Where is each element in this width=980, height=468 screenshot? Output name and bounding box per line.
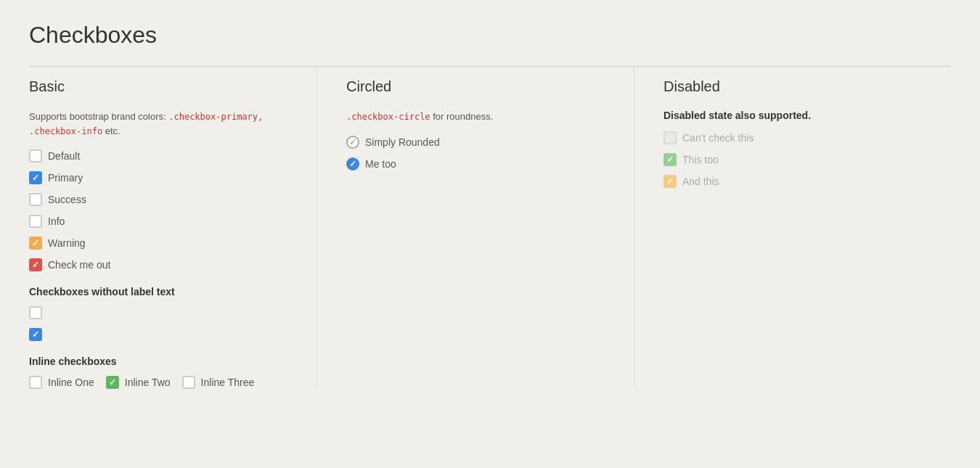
cb-default-box[interactable] bbox=[29, 149, 42, 163]
cb-inline3[interactable]: Inline Three bbox=[182, 376, 255, 389]
checkbox-primary[interactable]: ✓ Primary bbox=[29, 171, 287, 184]
cb-disabled3: ✓ And this bbox=[663, 175, 922, 188]
cb-primary-check: ✓ bbox=[32, 173, 39, 182]
checkbox-success[interactable]: Success bbox=[29, 193, 287, 206]
cb-inline2-box[interactable]: ✓ bbox=[106, 376, 119, 389]
cb-default-label: Default bbox=[48, 150, 80, 162]
inline-section-title: Inline checkboxes bbox=[29, 356, 287, 367]
cb-circle2-label: Me too bbox=[365, 158, 396, 170]
basic-desc2: etc. bbox=[102, 126, 121, 136]
cb-warning-box[interactable]: ✓ bbox=[29, 237, 42, 250]
basic-code1: .checkbox-primary, bbox=[168, 112, 263, 122]
basic-column: Basic Supports bootstrap brand colors: .… bbox=[29, 66, 317, 389]
cb-nolabel2[interactable]: ✓ bbox=[29, 328, 287, 341]
disabled-column: Disabled Disabled state also supported. … bbox=[634, 66, 951, 389]
cb-disabled2-box: ✓ bbox=[663, 153, 677, 166]
basic-code2: .checkbox-info bbox=[29, 126, 102, 136]
cb-nolabel1[interactable] bbox=[29, 306, 287, 319]
checkbox-warning[interactable]: ✓ Warning bbox=[29, 237, 287, 250]
no-label-section-title: Checkboxes without label text bbox=[29, 286, 287, 297]
cb-disabled1-box bbox=[663, 131, 677, 144]
cb-circle1-label: Simply Rounded bbox=[365, 136, 440, 148]
cb-inline2-check: ✓ bbox=[109, 378, 116, 387]
cb-nolabel2-check: ✓ bbox=[32, 330, 39, 339]
checkbox-info[interactable]: Info bbox=[29, 215, 287, 228]
checkbox-default[interactable]: Default bbox=[29, 149, 287, 163]
circled-desc-text: for roundness. bbox=[430, 111, 494, 122]
cb-success-label: Success bbox=[48, 194, 86, 205]
cb-nolabel1-box[interactable] bbox=[29, 306, 42, 319]
cb-disabled2-check: ✓ bbox=[666, 155, 674, 164]
cb-success-box[interactable] bbox=[29, 193, 42, 206]
checkbox-danger[interactable]: ✓ Check me out bbox=[29, 258, 287, 271]
cb-nolabel2-box[interactable]: ✓ bbox=[29, 328, 42, 341]
basic-column-title: Basic bbox=[29, 78, 287, 95]
circled-description: .checkbox-circle for roundness. bbox=[346, 110, 605, 124]
cb-inline3-label: Inline Three bbox=[201, 377, 255, 388]
cb-warning-check: ✓ bbox=[32, 239, 39, 247]
cb-info-box[interactable] bbox=[29, 215, 42, 228]
cb-disabled3-label: And this bbox=[682, 176, 719, 187]
cb-disabled3-check: ✓ bbox=[666, 177, 674, 186]
cb-danger-box[interactable]: ✓ bbox=[29, 258, 42, 271]
cb-primary-label: Primary bbox=[48, 172, 83, 184]
columns-container: Basic Supports bootstrap brand colors: .… bbox=[29, 66, 951, 389]
cb-circle2-check: ✓ bbox=[349, 160, 356, 168]
cb-warning-label: Warning bbox=[48, 237, 86, 249]
page-title: Checkboxes bbox=[29, 22, 951, 49]
circled-code: .checkbox-circle bbox=[346, 112, 430, 122]
disabled-column-title: Disabled bbox=[663, 78, 922, 95]
circled-column-title: Circled bbox=[346, 78, 605, 95]
basic-desc-text: Supports bootstrap brand colors: bbox=[29, 111, 168, 122]
cb-disabled2: ✓ This too bbox=[663, 153, 922, 166]
cb-primary-box[interactable]: ✓ bbox=[29, 171, 42, 184]
cb-inline3-box[interactable] bbox=[182, 376, 195, 389]
cb-circle1-check: ✓ bbox=[349, 138, 356, 147]
cb-circle1-box[interactable]: ✓ bbox=[346, 136, 359, 149]
basic-description: Supports bootstrap brand colors: .checkb… bbox=[29, 110, 287, 138]
cb-circle2-box[interactable]: ✓ bbox=[346, 157, 359, 171]
cb-disabled1-label: Can't check this bbox=[682, 132, 754, 144]
cb-info-label: Info bbox=[48, 215, 65, 227]
circled-column: Circled .checkbox-circle for roundness. … bbox=[317, 66, 634, 389]
cb-inline2[interactable]: ✓ Inline Two bbox=[106, 376, 171, 389]
cb-disabled2-label: This too bbox=[682, 154, 719, 165]
disabled-section-label: Disabled state also supported. bbox=[663, 110, 922, 121]
inline-checkboxes-row: Inline One ✓ Inline Two Inline Three bbox=[29, 376, 287, 389]
cb-inline1-label: Inline One bbox=[48, 377, 94, 388]
cb-circle2[interactable]: ✓ Me too bbox=[346, 157, 605, 171]
cb-circle1[interactable]: ✓ Simply Rounded bbox=[346, 136, 605, 149]
cb-inline1-box[interactable] bbox=[29, 376, 42, 389]
cb-inline2-label: Inline Two bbox=[125, 377, 171, 388]
cb-disabled1: Can't check this bbox=[663, 131, 922, 144]
cb-danger-label: Check me out bbox=[48, 259, 110, 271]
cb-disabled3-box: ✓ bbox=[663, 175, 677, 188]
cb-danger-check: ✓ bbox=[32, 260, 39, 269]
cb-inline1[interactable]: Inline One bbox=[29, 376, 94, 389]
